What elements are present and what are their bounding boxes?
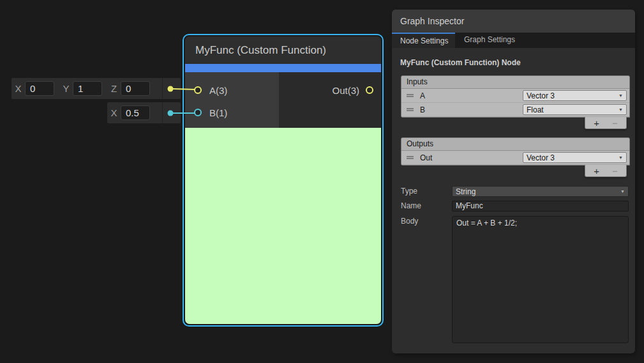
drag-handle-icon[interactable] — [407, 94, 414, 97]
node-port-area: A(3) B(1) Out(3) — [185, 72, 381, 128]
name-field[interactable]: MyFunc — [452, 201, 629, 212]
node-accent-bar — [185, 64, 381, 72]
dropdown-arrow-icon: ▼ — [618, 93, 626, 98]
port-row-a: A(3) — [185, 81, 279, 100]
tab-node-settings[interactable]: Node Settings — [392, 33, 455, 48]
z-value-field[interactable]: 0 — [121, 81, 150, 96]
x-field-label: X — [11, 83, 25, 94]
z-field-label: Z — [107, 83, 121, 94]
outputs-list-footer: + − — [585, 165, 627, 177]
body-field[interactable]: Out = A + B + 1/2; — [452, 216, 629, 343]
output-out-type-value: Vector 3 — [523, 153, 618, 162]
type-label: Type — [392, 186, 452, 197]
port-row-b: B(1) — [185, 103, 279, 122]
input-b-type-dropdown[interactable]: Float ▼ — [523, 104, 627, 115]
outputs-list: Outputs Out Vector 3 ▼ + − — [401, 137, 630, 166]
input-b-type-value: Float — [523, 105, 618, 114]
inputs-list-header: Inputs — [401, 76, 629, 89]
graph-inspector-titlebar[interactable]: Graph Inspector — [392, 10, 635, 33]
float-input-widget: X 0.5 — [107, 102, 181, 123]
port-row-out: Out(3) — [279, 81, 381, 100]
name-label: Name — [392, 201, 452, 212]
node-output-ports: Out(3) — [279, 72, 381, 128]
y-field-label: Y — [59, 83, 73, 94]
type-property-row: Type String ▼ — [392, 186, 635, 197]
add-input-button[interactable]: + — [594, 118, 599, 128]
input-port-b-label: B(1) — [209, 107, 227, 118]
input-b-name: B — [420, 105, 425, 114]
inputs-row-a[interactable]: A Vector 3 ▼ — [401, 89, 629, 103]
node-preview — [185, 128, 381, 324]
float-value-field[interactable]: 0.5 — [121, 105, 150, 120]
type-value: String — [453, 187, 620, 196]
y-value-field[interactable]: 1 — [73, 81, 102, 96]
input-port-b-icon[interactable] — [194, 109, 202, 116]
tab-graph-settings[interactable]: Graph Settings — [455, 33, 524, 48]
outputs-row-out[interactable]: Out Vector 3 ▼ — [401, 151, 629, 165]
output-port-out-label: Out(3) — [332, 85, 359, 96]
drag-handle-icon[interactable] — [407, 108, 414, 111]
inputs-row-b[interactable]: B Float ▼ — [401, 103, 629, 117]
body-property-row: Body Out = A + B + 1/2; — [392, 216, 635, 343]
input-a-name: A — [420, 91, 425, 100]
node-input-ports: A(3) B(1) — [185, 72, 279, 128]
float-port-cell — [162, 102, 181, 123]
output-port-out-icon[interactable] — [366, 86, 373, 94]
name-property-row: Name MyFunc — [392, 201, 635, 212]
vector3-input-widget: X 0 Y 1 Z 0 — [11, 78, 181, 99]
output-out-name: Out — [420, 153, 432, 162]
node-body: MyFunc (Custom Function) A(3) B(1) Out(3… — [185, 36, 381, 324]
remove-input-button[interactable]: − — [612, 118, 618, 128]
add-output-button[interactable]: + — [594, 166, 599, 176]
inputs-list: Inputs A Vector 3 ▼ B Float ▼ + − — [401, 75, 630, 118]
input-port-a-icon[interactable] — [194, 86, 202, 94]
outputs-list-header: Outputs — [401, 138, 629, 151]
dropdown-arrow-icon: ▼ — [620, 189, 628, 194]
inputs-list-footer: + − — [585, 117, 627, 129]
node-settings-heading: MyFunc (Custom Function) Node — [400, 58, 521, 67]
input-a-type-value: Vector 3 — [523, 91, 618, 100]
custom-function-node[interactable]: MyFunc (Custom Function) A(3) B(1) Out(3… — [183, 34, 384, 327]
vector3-port-cell — [162, 78, 181, 99]
input-a-type-dropdown[interactable]: Vector 3 ▼ — [523, 90, 627, 101]
x-value-field[interactable]: 0 — [25, 81, 54, 96]
x-field-label: X — [107, 107, 121, 118]
node-title: MyFunc (Custom Function) — [185, 36, 381, 64]
type-dropdown[interactable]: String ▼ — [452, 186, 629, 197]
inspector-tabstrip: Node Settings Graph Settings — [392, 33, 635, 48]
drag-handle-icon[interactable] — [407, 156, 414, 159]
shader-graph-canvas[interactable]: X 0 Y 1 Z 0 X 0.5 MyFunc (Custom Functio… — [0, 0, 644, 363]
body-label: Body — [392, 216, 452, 343]
dropdown-arrow-icon: ▼ — [618, 155, 626, 160]
input-port-a-label: A(3) — [209, 85, 227, 96]
remove-output-button[interactable]: − — [612, 166, 618, 176]
output-out-type-dropdown[interactable]: Vector 3 ▼ — [523, 152, 627, 163]
graph-inspector-panel: Graph Inspector Node Settings Graph Sett… — [392, 10, 635, 353]
dropdown-arrow-icon: ▼ — [618, 107, 626, 112]
